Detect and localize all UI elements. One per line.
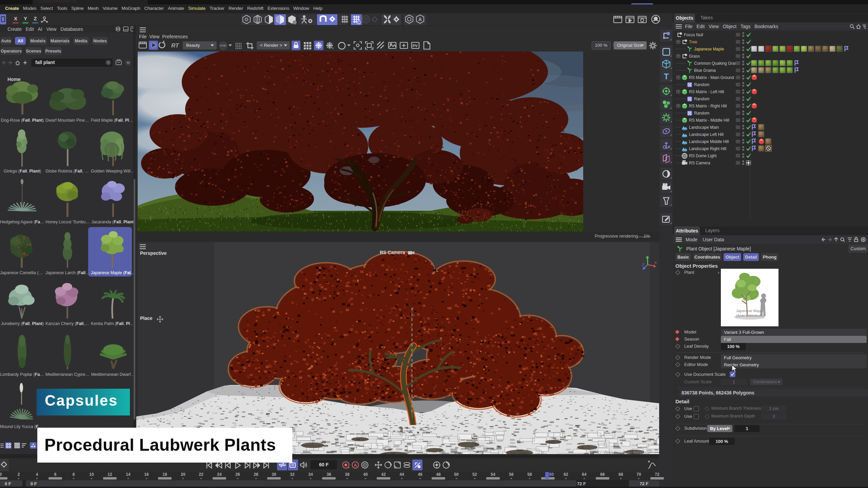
svg-text:Japanese Maple: Japanese Maple: [736, 309, 764, 313]
svg-text:PV: PV: [413, 44, 418, 48]
svg-text:(Acer palmatum): (Acer palmatum): [736, 313, 763, 318]
svg-text:T: T: [664, 72, 669, 81]
svg-text:A: A: [418, 17, 422, 22]
svg-text:X: X: [654, 261, 657, 265]
svg-text:RT: RT: [171, 42, 179, 49]
svg-text:Y: Y: [646, 256, 648, 260]
svg-text:A: A: [354, 463, 357, 468]
svg-text:Z: Z: [642, 263, 644, 267]
